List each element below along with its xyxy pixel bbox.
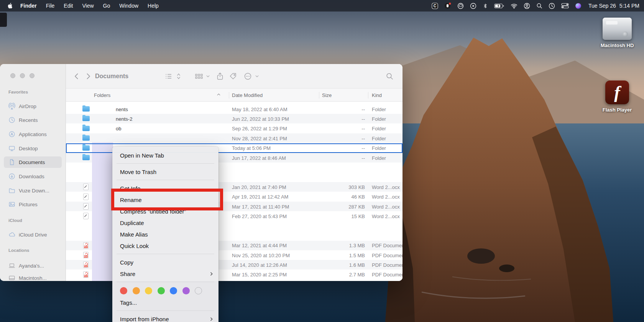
menu-item-rename[interactable]: Rename	[112, 194, 219, 205]
sidebar-item-desktop[interactable]: Desktop	[4, 143, 62, 154]
sidebar-item-macintosh[interactable]: Macintosh...	[4, 272, 62, 281]
menu-item-quick-look[interactable]: Quick Look	[112, 240, 219, 251]
menu-item-duplicate[interactable]: Duplicate	[112, 217, 219, 228]
close-button[interactable]	[10, 73, 15, 78]
apple-menu[interactable]	[0, 2, 18, 9]
minimize-button[interactable]	[20, 73, 25, 78]
menu-item-compress-untitled-folder[interactable]: Compress “untitled folder”	[112, 205, 219, 217]
downloads-icon	[8, 173, 15, 180]
tag-color-none[interactable]	[195, 287, 202, 294]
c-app-icon[interactable]: C	[432, 0, 438, 12]
control-center-icon[interactable]	[561, 0, 569, 12]
file-row[interactable]: nents-2Jun 22, 2022 at 10:33 PM--Folder	[66, 114, 402, 123]
column-header-date-modified[interactable]: Date Modified	[232, 92, 263, 98]
tag-color-#f6a33c[interactable]	[133, 287, 140, 294]
menu-item-label: Tags...	[120, 299, 137, 306]
file-date-modified: Jun 22, 2022 at 10:33 PM	[232, 116, 289, 122]
column-header-name[interactable]: Folders	[94, 92, 110, 98]
view-sort-chevrons-icon[interactable]	[176, 72, 182, 80]
pdf-document-icon	[83, 242, 89, 249]
play-icon[interactable]	[470, 0, 476, 12]
search-icon[interactable]	[386, 72, 394, 80]
sidebar-item-airdrop[interactable]: AirDrop	[4, 100, 62, 112]
file-date-modified: Jul 14, 2020 at 12:26 AM	[232, 262, 287, 268]
column-header-size[interactable]: Size	[322, 92, 332, 98]
time-machine-icon[interactable]	[549, 0, 555, 12]
menu-edit[interactable]: Edit	[59, 0, 77, 12]
sidebar-item-downloads[interactable]: Downloads	[4, 171, 62, 182]
menu-separator	[112, 177, 219, 182]
menu-bar-clock[interactable]: Tue Sep 26 5:14 PM	[588, 3, 639, 9]
file-row[interactable]: nentsMay 18, 2022 at 6:40 AM--Folder	[66, 104, 402, 114]
desktop-icon-macintosh-hd[interactable]: Macintosh HD	[592, 18, 642, 48]
tag-icon[interactable]	[229, 72, 237, 80]
menu-view[interactable]: View	[77, 0, 98, 12]
sidebar-item-vuze-down[interactable]: Vuze Down...	[4, 185, 62, 196]
menu-item-make-alias[interactable]: Make Alias	[112, 228, 219, 240]
siri-icon[interactable]	[575, 0, 582, 12]
file-size: --	[296, 135, 365, 141]
menu-item-label: Quick Look	[120, 243, 149, 249]
file-date-modified: Apr 19, 2021 at 12:42 AM	[232, 194, 288, 200]
sort-ascending-icon[interactable]	[216, 92, 221, 98]
wifi-icon[interactable]	[511, 0, 518, 12]
file-size: --	[296, 145, 365, 151]
menu-finder[interactable]: Finder	[18, 0, 41, 12]
menu-item-move-to-trash[interactable]: Move to Trash	[112, 166, 219, 177]
file-date-modified: Nov 25, 2020 at 10:20 PM	[232, 252, 290, 258]
file-kind: PDF Document	[372, 272, 402, 278]
menu-item-get-info[interactable]: Get Info	[112, 182, 219, 194]
file-date-modified: Nov 28, 2022 at 2:41 PM	[232, 135, 287, 141]
zoom-button[interactable]	[30, 73, 34, 78]
menu-help[interactable]: Help	[143, 0, 163, 12]
sidebar-item-ayanda-s[interactable]: Ayanda's...	[4, 260, 62, 271]
forward-button[interactable]	[84, 72, 92, 80]
menu-backdrop-strip	[92, 142, 113, 281]
word-document-icon	[83, 194, 89, 200]
sidebar-item-applications[interactable]: Applications	[4, 128, 62, 140]
tag-color-#3b82f7[interactable]	[170, 287, 177, 294]
menu-go[interactable]: Go	[99, 0, 115, 12]
sidebar-item-pictures[interactable]: Pictures	[4, 199, 62, 210]
menu-file[interactable]: File	[41, 0, 59, 12]
tag-color-#f7ce45[interactable]	[145, 287, 152, 294]
folder-icon	[82, 126, 90, 131]
sidebar-section-icloud: iCloud	[8, 218, 22, 223]
sidebar-item-recents[interactable]: Recents	[4, 114, 62, 126]
sidebar-item-icloud-drive[interactable]: iCloud Drive	[4, 229, 62, 240]
user-icon[interactable]	[524, 0, 530, 12]
pdf-document-icon	[83, 261, 89, 268]
menu-window[interactable]: Window	[115, 0, 143, 12]
sidebar-item-label: Applications	[19, 131, 47, 137]
menu-item-tags[interactable]: Tags...	[112, 297, 219, 308]
desktop-icon-label: Macintosh HD	[601, 43, 634, 48]
desktop-icon-flash-player[interactable]: f Flash Player	[592, 80, 642, 113]
file-row[interactable]: Nov 28, 2022 at 2:41 PM--Folder	[66, 133, 402, 143]
menu-item-copy[interactable]: Copy	[112, 256, 219, 268]
share-icon[interactable]	[216, 72, 224, 80]
tag-color-#ee5b50[interactable]	[120, 287, 127, 294]
tag-color-#4cc94a[interactable]	[158, 287, 165, 294]
column-header-kind[interactable]: Kind	[372, 92, 382, 98]
sidebar-item-label: Pictures	[19, 202, 38, 207]
bluetooth-icon[interactable]	[483, 0, 488, 12]
menu-separator	[112, 251, 219, 256]
group-view-icon[interactable]	[195, 72, 203, 80]
menu-item-open-in-new-tab[interactable]: Open in New Tab	[112, 150, 219, 161]
file-row[interactable]: obSep 26, 2022 at 1:29 PM--Folder	[66, 124, 402, 133]
folder-icon	[82, 155, 90, 160]
menu-item-import-from-iphone[interactable]: Import from iPhone	[112, 313, 219, 322]
creative-cloud-icon[interactable]	[457, 0, 464, 12]
battery-icon[interactable]	[494, 0, 504, 12]
window-controls	[10, 73, 34, 78]
menu-item-share[interactable]: Share	[112, 268, 219, 279]
menu-item-label: Compress “untitled folder”	[120, 208, 186, 215]
spotlight-icon[interactable]	[536, 0, 542, 12]
list-view-icon[interactable]	[165, 72, 172, 80]
back-button[interactable]	[73, 72, 80, 80]
sidebar-item-documents[interactable]: Documents	[4, 156, 62, 168]
more-actions-icon[interactable]	[244, 72, 252, 80]
mx-app-icon[interactable]	[444, 0, 451, 12]
file-size: --	[296, 126, 365, 131]
tag-color-#a863d9[interactable]	[182, 287, 190, 294]
